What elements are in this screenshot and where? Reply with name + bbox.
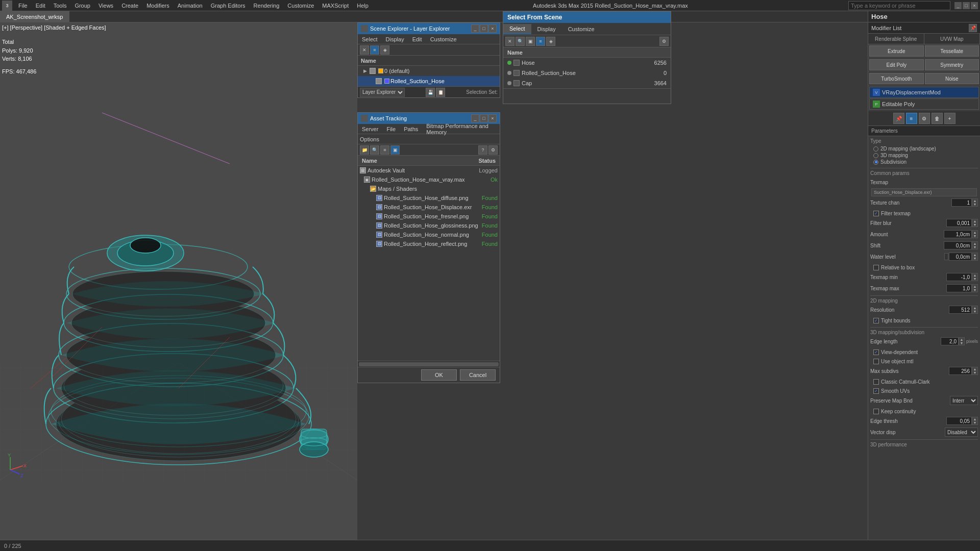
- preserve-map-select[interactable]: Interr: [950, 396, 978, 405]
- asset-toolbar-btn1[interactable]: 📁: [360, 145, 369, 155]
- menu-customize[interactable]: Customize: [283, 2, 318, 10]
- texmap-max-spinner[interactable]: ▲ ▼: [972, 284, 978, 292]
- edge-thresh-input[interactable]: [946, 417, 972, 425]
- scene-toolbar-btn3[interactable]: ◈: [380, 45, 389, 55]
- minimize-button[interactable]: _: [954, 2, 962, 9]
- relative-bbox-checkbox[interactable]: [873, 265, 879, 270]
- asset-cancel-button[interactable]: Cancel: [460, 369, 496, 381]
- edge-length-spinner[interactable]: ▲ ▼: [959, 337, 965, 345]
- mod-btn-symmetry[interactable]: Symmetry: [925, 59, 979, 70]
- asset-menu-file[interactable]: File: [382, 125, 400, 133]
- tab-ak-screenshot[interactable]: AK_Screenshot_wrksp: [0, 11, 69, 22]
- asset-toolbar-help[interactable]: ?: [478, 145, 487, 155]
- layer-rolled-suction[interactable]: Rolled_Suction_Hose: [358, 76, 500, 86]
- asset-row-vault[interactable]: 🏛 Autodesk Vault Logged: [358, 166, 500, 175]
- amount-spinner[interactable]: ▲ ▼: [972, 230, 978, 238]
- menu-edit[interactable]: Edit: [32, 2, 50, 10]
- keep-continuity-checkbox[interactable]: [873, 409, 879, 414]
- mod-tab-uvw[interactable]: UVW Map: [924, 34, 981, 44]
- asset-ok-button[interactable]: OK: [421, 369, 457, 381]
- scene-item-rolled[interactable]: Rolled_Suction_Hose 0: [503, 68, 671, 78]
- texmap-min-spinner[interactable]: ▲ ▼: [972, 273, 978, 281]
- scene-item-cap[interactable]: Cap 3664: [503, 78, 671, 88]
- menu-maxscript[interactable]: MAXScript: [318, 2, 353, 10]
- texmap-value-display[interactable]: Suction_Hose_Displace.exr): [871, 188, 977, 196]
- asset-row-maps[interactable]: 📂 Maps / Shaders: [358, 184, 500, 193]
- radio-2d-mapping[interactable]: 2D mapping (landscape): [873, 146, 975, 152]
- edge-length-input[interactable]: [941, 337, 959, 345]
- max-subdivs-spinner[interactable]: ▲ ▼: [972, 367, 978, 375]
- search-input[interactable]: [848, 1, 950, 10]
- texture-chan-input[interactable]: [951, 198, 972, 207]
- resolution-spinner[interactable]: ▲ ▼: [972, 306, 978, 314]
- layer-default[interactable]: ▶ 0 (default): [358, 66, 500, 76]
- amount-input[interactable]: [944, 230, 972, 238]
- mod-btn-editpoly[interactable]: Edit Poly: [869, 59, 924, 70]
- water-level-spinner[interactable]: ▲ ▼: [972, 253, 978, 261]
- filter-texmap-checkbox[interactable]: [873, 211, 879, 216]
- max-subdivs-input[interactable]: [949, 367, 972, 375]
- asset-menu-server[interactable]: Server: [358, 125, 382, 133]
- asset-toolbar-btn2[interactable]: 🔍: [370, 145, 379, 155]
- menu-help[interactable]: Help: [353, 2, 373, 10]
- water-level-input[interactable]: [949, 253, 972, 261]
- scene-toolbar-btn1[interactable]: ✕: [360, 45, 369, 55]
- tab-display[interactable]: Display: [531, 24, 562, 34]
- mod-tab-renderable[interactable]: Renderable Spline: [868, 34, 924, 44]
- footer-btn1[interactable]: 💾: [426, 88, 435, 97]
- scene-menu-edit[interactable]: Edit: [408, 35, 426, 43]
- scene-explorer-maximize[interactable]: □: [480, 24, 488, 33]
- asset-row-glossiness[interactable]: 🖼 Rolled_Suction_Hose_glossiness.png Fou…: [358, 221, 500, 230]
- menu-file[interactable]: File: [14, 2, 32, 10]
- asset-scrollbar[interactable]: [358, 361, 500, 367]
- menu-tools[interactable]: Tools: [50, 2, 71, 10]
- modifier-editable-poly[interactable]: P Editable Poly: [869, 98, 979, 110]
- use-object-mtl-checkbox[interactable]: [873, 359, 879, 364]
- scene-menu-select[interactable]: Select: [358, 35, 382, 43]
- mod-btn-noise[interactable]: Noise: [925, 73, 979, 84]
- layer-explorer-dropdown[interactable]: Layer Explorer: [360, 88, 405, 97]
- asset-row-displace[interactable]: 🖼 Rolled_Suction_Hose_Displace.exr Found: [358, 203, 500, 212]
- asset-row-fresnel[interactable]: 🖼 Rolled_Suction_Hose_fresnel.png Found: [358, 212, 500, 221]
- asset-toolbar-btn4[interactable]: ▣: [390, 145, 400, 155]
- mod-icon-config[interactable]: ⚙: [919, 113, 930, 124]
- radio-3d-mapping[interactable]: 3D mapping: [873, 153, 975, 158]
- mod-btn-tessellate[interactable]: Tessellate: [925, 45, 979, 57]
- select-toolbar-btn1[interactable]: ✕: [505, 37, 514, 46]
- shift-spinner[interactable]: ▲ ▼: [972, 241, 978, 249]
- menu-rendering[interactable]: Rendering: [250, 2, 284, 10]
- scene-menu-display[interactable]: Display: [382, 35, 408, 43]
- mod-icon-pin[interactable]: 📌: [893, 113, 904, 124]
- asset-row-diffuse[interactable]: 🖼 Rolled_Suction_Hose_diffuse.png Found: [358, 193, 500, 203]
- select-toolbar-btn4[interactable]: ≡: [536, 37, 545, 46]
- menu-views[interactable]: Views: [94, 2, 117, 10]
- close-button[interactable]: ×: [971, 2, 978, 9]
- mod-icon-delete[interactable]: 🗑: [932, 113, 943, 124]
- scene-toolbar-btn2[interactable]: ≡: [370, 45, 379, 55]
- menu-group[interactable]: Group: [70, 2, 94, 10]
- view-dependent-checkbox[interactable]: [873, 349, 879, 355]
- texture-chan-spinner[interactable]: ▲ ▼: [972, 198, 978, 207]
- maximize-button[interactable]: □: [963, 2, 970, 9]
- select-toolbar-btn6[interactable]: ⚙: [659, 37, 669, 46]
- filter-blur-input[interactable]: [946, 219, 972, 227]
- modifier-vray-disp[interactable]: V VRayDisplacementMod: [869, 87, 979, 98]
- scene-explorer-minimize[interactable]: _: [471, 24, 479, 33]
- texmap-min-input[interactable]: [946, 273, 972, 281]
- asset-menu-bitmap[interactable]: Bitmap Performance and Memory: [422, 122, 500, 136]
- filter-blur-spinner[interactable]: ▲ ▼: [972, 219, 978, 227]
- asset-row-normal[interactable]: 🖼 Rolled_Suction_Hose_normal.png Found: [358, 230, 500, 239]
- scene-menu-customize[interactable]: Customize: [426, 35, 461, 43]
- mod-icon-list[interactable]: ≡: [906, 113, 917, 124]
- scene-item-hose[interactable]: Hose 6256: [503, 58, 671, 68]
- asset-row-max[interactable]: ▣ Rolled_Suction_Hose_max_vray.max Ok: [358, 175, 500, 184]
- mod-btn-extrude[interactable]: Extrude: [869, 45, 924, 57]
- select-toolbar-btn2[interactable]: 🔍: [516, 37, 525, 46]
- asset-toolbar-btn3[interactable]: ≡: [380, 145, 389, 155]
- footer-btn2[interactable]: 📋: [436, 88, 445, 97]
- select-toolbar-btn3[interactable]: ▣: [526, 37, 535, 46]
- texmap-max-input[interactable]: [946, 284, 972, 292]
- menu-animation[interactable]: Animation: [174, 2, 207, 10]
- radio-subdivision[interactable]: Subdivision: [873, 159, 975, 165]
- mod-btn-turbosmooth[interactable]: TurboSmooth: [869, 73, 924, 84]
